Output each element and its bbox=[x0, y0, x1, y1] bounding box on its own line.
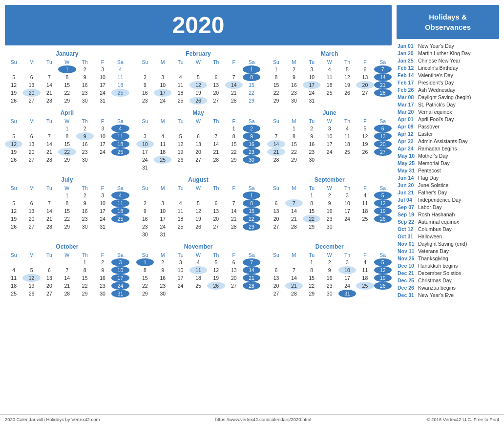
calendar-day: 9 bbox=[154, 266, 171, 274]
calendar-day: 12 bbox=[5, 140, 22, 148]
calendar-day: 23 bbox=[76, 215, 94, 223]
calendar-day: 30 bbox=[94, 290, 111, 297]
calendar-day: 11 bbox=[111, 73, 129, 81]
calendar-day bbox=[207, 231, 225, 238]
holiday-name: Halloween bbox=[418, 233, 442, 239]
day-header: Su bbox=[136, 118, 154, 125]
calendar-day: 4 bbox=[111, 191, 129, 199]
calendar-day: 4 bbox=[171, 199, 189, 207]
calendar-day: 25 bbox=[356, 215, 374, 223]
calendar-day: 27 bbox=[374, 148, 392, 156]
calendar-day: 23 bbox=[94, 282, 111, 290]
calendar-day: 21 bbox=[285, 282, 303, 290]
calendar-day: 29 bbox=[285, 156, 303, 164]
calendar-day: 7 bbox=[58, 266, 76, 274]
calendar-day: 10 bbox=[154, 207, 171, 215]
holiday-date: Sep 22 bbox=[398, 219, 415, 225]
calendar-day: 20 bbox=[22, 148, 40, 156]
calendar-day: 9 bbox=[285, 73, 303, 81]
calendar-day bbox=[5, 65, 22, 73]
calendar-day: 9 bbox=[76, 73, 94, 81]
calendar-day: 23 bbox=[320, 282, 338, 290]
calendar-day: 27 bbox=[41, 290, 58, 297]
calendar-day: 17 bbox=[94, 140, 111, 148]
day-header: M bbox=[285, 252, 303, 258]
calendar-day bbox=[225, 164, 243, 171]
calendar-day: 11 bbox=[111, 132, 129, 140]
holiday-date: Dec 10 bbox=[398, 263, 415, 269]
holiday-date: Apr 24 bbox=[398, 146, 415, 151]
calendar-day bbox=[111, 97, 129, 105]
calendar-day: 2 bbox=[303, 125, 320, 132]
holiday-date: Feb 26 bbox=[398, 87, 415, 93]
calendar-day: 14 bbox=[207, 140, 225, 148]
day-header: M bbox=[285, 59, 303, 65]
holiday-item: Mar 08Daylight Saving (begin) bbox=[397, 93, 499, 101]
holiday-date: Nov 01 bbox=[398, 241, 415, 247]
calendar-day: 10 bbox=[303, 73, 320, 81]
calendar-day: 1 bbox=[58, 125, 76, 132]
calendar-day: 3 bbox=[303, 65, 320, 73]
calendar-day: 20 bbox=[41, 282, 58, 290]
day-header: F bbox=[225, 118, 243, 125]
calendar-day bbox=[171, 231, 189, 238]
month-title: May bbox=[136, 109, 261, 116]
calendar-day: 26 bbox=[189, 97, 207, 105]
day-header: M bbox=[154, 185, 171, 191]
month-title: April bbox=[5, 109, 129, 116]
calendar-day: 25 bbox=[171, 97, 189, 105]
month-block: FebruarySuMTuWThFSa123456789101112131415… bbox=[136, 50, 261, 105]
calendar-day: 8 bbox=[303, 266, 320, 274]
calendar-day: 29 bbox=[303, 223, 320, 231]
day-header: F bbox=[356, 185, 374, 191]
month-table: SuMTuWThFSa12345678910111213141516171819… bbox=[267, 59, 392, 105]
calendar-day bbox=[207, 191, 225, 199]
day-header: W bbox=[58, 185, 76, 191]
month-table: SuMTuWThFSa12345678910111213141516171819… bbox=[267, 185, 392, 231]
calendar-day bbox=[171, 164, 189, 171]
calendar-day: 21 bbox=[243, 274, 260, 282]
day-header: Sa bbox=[243, 185, 260, 191]
holiday-date: Nov 26 bbox=[398, 255, 415, 261]
calendar-day: 20 bbox=[22, 89, 40, 97]
calendar-day: 25 bbox=[111, 215, 129, 223]
calendar-day: 11 bbox=[171, 207, 189, 215]
month-block: SeptemberSuMTuWThFSa12345678910111213141… bbox=[267, 176, 392, 238]
calendar-day: 25 bbox=[154, 156, 171, 164]
calendar-day: 20 bbox=[207, 89, 225, 97]
holiday-date: Jan 01 bbox=[398, 43, 415, 49]
day-header: W bbox=[320, 252, 338, 258]
day-header: Th bbox=[76, 59, 94, 65]
holiday-name: Admin Assistants Day bbox=[418, 138, 468, 144]
calendar-day: 9 bbox=[136, 81, 154, 89]
calendar-day bbox=[22, 191, 40, 199]
calendar-day: 22 bbox=[58, 89, 76, 97]
calendar-day: 17 bbox=[338, 274, 356, 282]
day-header: W bbox=[58, 118, 76, 125]
calendar-day bbox=[136, 125, 154, 132]
holiday-name: Mother's Day bbox=[418, 153, 448, 159]
holiday-name: Ramadan begins bbox=[418, 146, 457, 151]
calendar-day: 17 bbox=[111, 274, 129, 282]
calendar-day: 8 bbox=[243, 73, 260, 81]
holiday-date: Feb 17 bbox=[398, 80, 415, 85]
holiday-name: Christmas Day bbox=[418, 277, 452, 283]
holiday-name: New Year's Eve bbox=[418, 292, 454, 298]
calendar-day: 13 bbox=[41, 274, 58, 282]
calendar-day: 3 bbox=[338, 258, 356, 266]
calendar-day: 8 bbox=[225, 132, 243, 140]
month-table: SuMTuWThFSa12345678910111213141516171819… bbox=[5, 118, 129, 164]
calendar-day: 1 bbox=[225, 125, 243, 132]
calendar-day: 20 bbox=[267, 282, 285, 290]
calendar-day bbox=[374, 156, 392, 164]
day-header: Tu bbox=[41, 252, 58, 258]
holiday-item: Feb 14Valentine's Day bbox=[397, 71, 499, 79]
calendar-day: 2 bbox=[243, 125, 260, 132]
calendar-day: 10 bbox=[320, 132, 338, 140]
calendar-day bbox=[154, 191, 171, 199]
month-block: JulySuMTuWThFSa1234567891011121314151617… bbox=[5, 176, 129, 238]
calendar-day: 20 bbox=[22, 215, 40, 223]
calendar-day: 26 bbox=[5, 223, 22, 231]
calendar-day: 16 bbox=[320, 207, 338, 215]
holiday-name: April Fool's Day bbox=[418, 116, 454, 122]
